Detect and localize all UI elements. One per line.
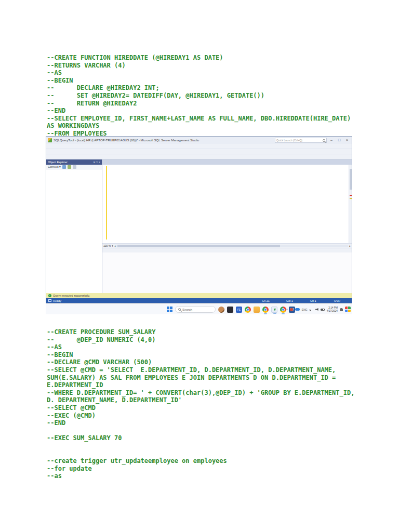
ready-text: Ready: [53, 299, 262, 302]
notification-bell-icon[interactable]: [340, 308, 343, 311]
window-title: SQLQueryTool - (local).HR (LAPTOP-TRUEP0…: [54, 139, 273, 142]
close-icon[interactable]: ×: [99, 161, 100, 164]
stop-icon[interactable]: [73, 165, 76, 169]
start-button[interactable]: [167, 307, 172, 312]
chrome-icon-3[interactable]: [280, 307, 286, 313]
ssms-app-icon: [48, 138, 52, 142]
chrome-icon-2[interactable]: [262, 307, 269, 313]
search-icon: [178, 308, 181, 311]
search-placeholder: Search: [182, 308, 192, 311]
zoom-level[interactable]: 100 %: [103, 244, 111, 247]
ssms-window: SQLQueryTool - (local).HR (LAPTOP-TRUEP0…: [46, 136, 352, 303]
language-indicator[interactable]: ENG: [302, 308, 308, 311]
column-indicator: Col 1: [286, 299, 310, 302]
window-status-bar: Ready Ln 21 Col 1 Ch 1 OVR: [46, 298, 352, 303]
overwrite-indicator: OVR: [334, 299, 350, 302]
changed-lines-indicator: [106, 166, 107, 240]
ssms-screenshot: SQLQueryTool - (local).HR (LAPTOP-TRUEP0…: [46, 136, 352, 314]
menu-bar: [46, 144, 352, 149]
char-indicator: Ch 1: [310, 299, 334, 302]
object-explorer-panel: Object Explorer ▾ □ × Connect ▾: [46, 159, 102, 293]
onedrive-icon[interactable]: [295, 308, 300, 311]
wifi-icon[interactable]: [310, 308, 313, 311]
file-explorer-icon[interactable]: [254, 307, 260, 313]
title-bar[interactable]: SQLQueryTool - (local).HR (LAPTOP-TRUEP0…: [46, 137, 352, 144]
query-editor[interactable]: [102, 165, 352, 244]
colorful-app-icon[interactable]: [345, 307, 351, 312]
volume-icon[interactable]: [315, 308, 318, 311]
horizontal-scrollbar[interactable]: [116, 245, 348, 247]
windows-taskbar: Search FE W ^ ENG 2:14 PM 4/17/2024: [46, 303, 352, 314]
editor-zoom-bar: 100 % ▾ ◂ ▸: [102, 244, 352, 248]
vertical-scrollbar[interactable]: [349, 165, 352, 243]
scroll-left-icon[interactable]: ◂: [114, 244, 116, 247]
results-grid[interactable]: [102, 252, 352, 293]
object-explorer-header[interactable]: Object Explorer ▾ □ ×: [46, 159, 102, 165]
editor-tab-strip: [102, 159, 352, 165]
document-code-bottom: --CREATE PROCEDURE SUM_SALARY -- @DEP_ID…: [47, 328, 358, 480]
taskbar-app-avatar[interactable]: [218, 307, 224, 313]
chevron-down-icon[interactable]: ▾: [112, 244, 113, 247]
object-explorer-toolbar: Connect ▾: [46, 165, 102, 169]
clock[interactable]: 2:14 PM 4/17/2024: [327, 307, 338, 312]
tray-expand-icon[interactable]: ^: [286, 308, 288, 311]
restore-button[interactable]: □: [336, 137, 342, 143]
refresh-icon[interactable]: [68, 165, 71, 169]
query-status-bar: ✓ Query executed successfully.: [46, 293, 352, 298]
battery-icon[interactable]: [321, 309, 325, 311]
close-button[interactable]: ×: [344, 137, 350, 143]
quick-launch-box[interactable]: Quick Launch (Ctrl+Q): [275, 138, 327, 143]
tray-time: 2:14 PM: [327, 307, 338, 309]
taskbar-app-fe[interactable]: FE: [236, 307, 242, 313]
success-check-icon: ✓: [48, 294, 51, 297]
taskbar-search-box[interactable]: Search: [175, 306, 216, 313]
object-explorer-tree: [46, 169, 102, 293]
toolbar-sql-editor: [46, 154, 352, 159]
query-status-text: Query executed successfully.: [53, 294, 348, 297]
line-indicator: Ln 21: [262, 299, 286, 302]
taskbar-app-dark[interactable]: [227, 307, 233, 313]
tray-badge-icon[interactable]: [290, 308, 293, 311]
scroll-right-icon[interactable]: ▸: [349, 244, 351, 247]
ready-icon: [48, 299, 51, 302]
search-icon: [323, 139, 325, 142]
quick-launch-placeholder: Quick Launch (Ctrl+Q): [276, 139, 322, 142]
document-code-top: --CREATE FUNCTION HIREDDATE (@HIREDAY1 A…: [47, 54, 358, 138]
pin-icon[interactable]: □: [96, 161, 97, 164]
chevron-down-icon[interactable]: ▾: [94, 161, 95, 164]
toolbar-standard: [46, 149, 352, 154]
object-explorer-title: Object Explorer: [48, 161, 92, 164]
chrome-icon[interactable]: [245, 307, 251, 313]
filter-icon[interactable]: [62, 165, 66, 169]
tray-date: 4/17/2024: [327, 310, 338, 312]
download-app-icon[interactable]: [271, 307, 277, 313]
results-tab-strip: [102, 248, 352, 252]
connect-button[interactable]: Connect ▾: [48, 165, 61, 168]
minimize-button[interactable]: –: [328, 137, 335, 143]
